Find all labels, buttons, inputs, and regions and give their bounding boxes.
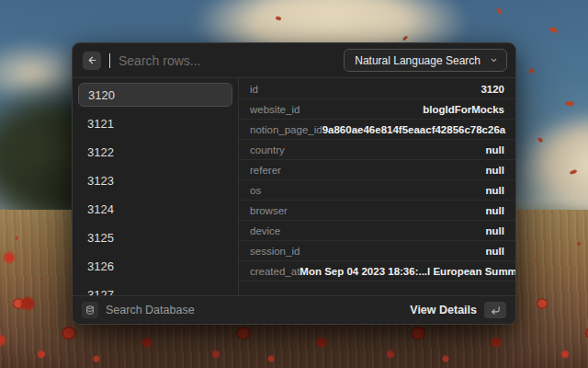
detail-key: website_id bbox=[250, 104, 300, 115]
detail-row: device null bbox=[239, 221, 515, 241]
detail-key: notion_page_id bbox=[250, 124, 322, 135]
list-item[interactable]: 3126 bbox=[78, 254, 232, 278]
detail-value: null bbox=[486, 144, 504, 155]
detail-row: created_at Mon Sep 04 2023 18:36:...l Eu… bbox=[239, 261, 515, 282]
detail-row: os null bbox=[239, 180, 515, 201]
detail-row: referer null bbox=[239, 160, 515, 180]
footer-search-label: Search Database bbox=[106, 304, 402, 316]
detail-value: null bbox=[486, 165, 504, 176]
row-details-panel: id 3120 website_id blogIdForMocks notion… bbox=[239, 78, 515, 295]
chevron-down-icon bbox=[490, 56, 498, 64]
list-item[interactable]: 3123 bbox=[78, 168, 232, 192]
search-input[interactable] bbox=[119, 53, 335, 68]
detail-key: id bbox=[250, 84, 258, 95]
detail-key: session_id bbox=[250, 246, 300, 257]
detail-key: browser bbox=[250, 205, 288, 216]
detail-key: os bbox=[250, 185, 261, 196]
detail-value: null bbox=[486, 246, 504, 257]
enter-key-badge[interactable] bbox=[484, 302, 506, 318]
detail-key: device bbox=[250, 225, 280, 236]
detail-value: 9a860ae46e814f5eaacf42856c78c26a bbox=[322, 124, 506, 135]
detail-key: created_at bbox=[250, 266, 300, 277]
view-details-button[interactable]: View Details bbox=[410, 304, 477, 316]
list-item[interactable]: 3125 bbox=[78, 225, 232, 249]
text-caret bbox=[109, 53, 110, 68]
search-mode-label: Natural Language Search bbox=[355, 54, 481, 67]
dialog-header: Natural Language Search bbox=[73, 43, 515, 78]
list-item[interactable]: 3122 bbox=[78, 140, 232, 164]
detail-value: 3120 bbox=[481, 84, 504, 95]
detail-value: null bbox=[486, 205, 504, 216]
detail-key: country bbox=[250, 144, 285, 155]
detail-row: country null bbox=[239, 140, 515, 160]
dialog-footer: Search Database View Details bbox=[73, 295, 515, 324]
list-item-selected[interactable]: 3120 bbox=[78, 83, 232, 107]
search-mode-select[interactable]: Natural Language Search bbox=[344, 49, 507, 72]
list-item[interactable]: 3127 bbox=[78, 282, 232, 295]
detail-row: website_id blogIdForMocks bbox=[239, 99, 515, 120]
detail-row: browser null bbox=[239, 201, 515, 221]
detail-value: null bbox=[486, 185, 504, 196]
dialog-body: 3120 3121 3122 3123 3124 3125 3126 3127 … bbox=[73, 78, 515, 295]
detail-key: referer bbox=[250, 165, 281, 176]
list-item[interactable]: 3124 bbox=[78, 197, 232, 221]
enter-key-icon bbox=[491, 305, 501, 316]
database-icon bbox=[85, 305, 95, 315]
list-item[interactable]: 3121 bbox=[78, 111, 232, 135]
database-badge bbox=[82, 302, 98, 318]
detail-value: null bbox=[486, 225, 504, 236]
detail-row: id 3120 bbox=[239, 79, 515, 99]
detail-row: session_id null bbox=[239, 241, 515, 261]
detail-row: notion_page_id 9a860ae46e814f5eaacf42856… bbox=[239, 120, 515, 140]
search-rows-dialog: Natural Language Search 3120 3121 3122 3… bbox=[72, 42, 516, 325]
row-id-list: 3120 3121 3122 3123 3124 3125 3126 3127 bbox=[73, 78, 239, 295]
detail-value: blogIdForMocks bbox=[423, 104, 504, 115]
arrow-left-icon bbox=[87, 55, 97, 65]
detail-value: Mon Sep 04 2023 18:36:...l European Summ… bbox=[300, 266, 515, 277]
back-button[interactable] bbox=[83, 52, 101, 70]
